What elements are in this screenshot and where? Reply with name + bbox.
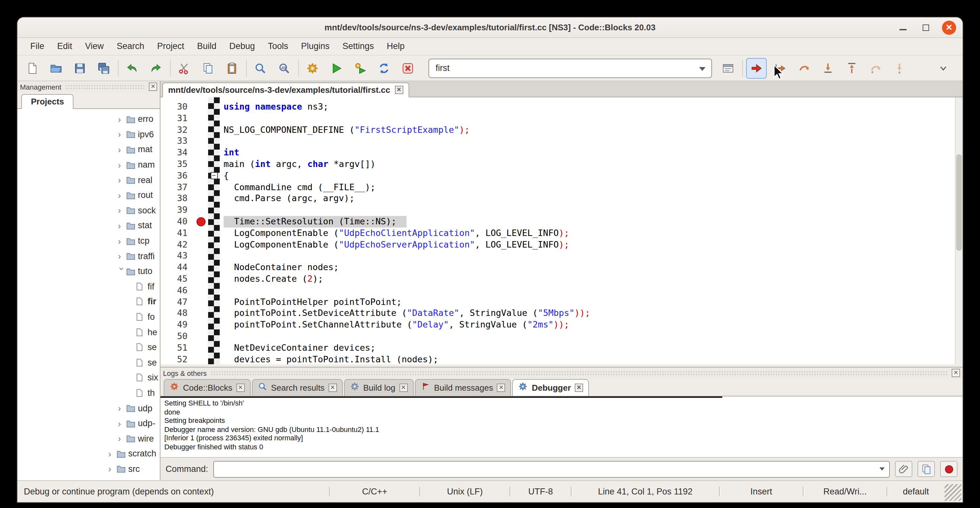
line-number[interactable]: 52 — [161, 354, 192, 364]
menu-tools[interactable]: Tools — [261, 38, 294, 55]
menu-file[interactable]: File — [24, 38, 51, 55]
tree-item-six[interactable]: six — [18, 370, 160, 385]
command-input[interactable] — [213, 460, 890, 478]
next-line-button[interactable] — [794, 58, 814, 78]
tree-item-src[interactable]: ›src — [18, 461, 160, 476]
code-line-35[interactable]: 35main (int argc, char *argv[]) — [161, 159, 963, 170]
run-button[interactable] — [327, 58, 346, 78]
menu-build[interactable]: Build — [191, 38, 223, 55]
tree-item-scratch[interactable]: ›scratch — [18, 446, 160, 461]
tree-item-tuto[interactable]: ›tuto — [18, 264, 160, 279]
line-number[interactable]: 40 — [161, 216, 192, 228]
open-file-button[interactable] — [46, 58, 66, 78]
tree-item-real[interactable]: ›real — [18, 172, 160, 188]
line-number[interactable]: 41 — [161, 228, 192, 239]
tab-projects[interactable]: Projects — [21, 94, 74, 109]
tab-close-icon[interactable]: ✕ — [575, 383, 583, 392]
tree-item-udp[interactable]: ›udp — [18, 401, 160, 416]
line-number[interactable]: 51 — [161, 342, 192, 354]
chevron-right-icon[interactable]: › — [108, 449, 117, 459]
record-button[interactable] — [940, 461, 958, 477]
chevron-right-icon[interactable]: › — [108, 464, 117, 474]
line-number[interactable]: 48 — [161, 308, 192, 319]
tree-item-rout[interactable]: ›rout — [18, 188, 160, 203]
code-line-39[interactable]: 39 — [161, 204, 963, 216]
menu-debug[interactable]: Debug — [223, 38, 262, 55]
code-line-52[interactable]: 52 devices = pointToPoint.Install (nodes… — [161, 354, 963, 364]
chevron-right-icon[interactable]: › — [118, 129, 126, 140]
save-button[interactable] — [70, 58, 89, 78]
line-number[interactable]: 31 — [161, 113, 192, 124]
tab-close-icon[interactable]: ✕ — [497, 383, 506, 392]
code-line-49[interactable]: 49 pointToPoint.SetChannelAttribute ("De… — [161, 319, 963, 331]
code-line-45[interactable]: 45 nodes.Create (2); — [161, 273, 963, 285]
line-number[interactable]: 44 — [161, 262, 192, 273]
chevron-right-icon[interactable]: › — [118, 205, 126, 216]
logs-tab-build-log[interactable]: Build log✕ — [344, 379, 413, 396]
tab-close-icon[interactable]: ✕ — [328, 383, 337, 392]
tree-item-stat[interactable]: ›stat — [18, 218, 160, 233]
line-number[interactable]: 46 — [161, 285, 192, 296]
compile-target-button[interactable] — [718, 58, 738, 78]
tree-item-erro[interactable]: ›erro — [18, 111, 160, 127]
menu-edit[interactable]: Edit — [51, 38, 79, 55]
toolbar-overflow-button[interactable] — [934, 58, 953, 78]
next-instruction-button[interactable] — [866, 58, 885, 78]
fold-margin[interactable] — [208, 97, 220, 364]
minimize-button[interactable] — [896, 20, 910, 35]
splitter[interactable] — [161, 364, 963, 367]
code-line-30[interactable]: 30using namespace ns3; — [161, 101, 963, 113]
build-and-run-button[interactable] — [350, 58, 370, 78]
line-number[interactable]: 37 — [161, 182, 192, 193]
logs-close-button[interactable]: ✕ — [951, 369, 960, 377]
chevron-right-icon[interactable]: › — [118, 236, 126, 246]
code-line-41[interactable]: 41 LogComponentEnable ("UdpEchoClientApp… — [161, 228, 963, 239]
chevron-right-icon[interactable]: › — [118, 251, 126, 261]
editor-scrollbar[interactable] — [955, 97, 963, 364]
copy-log-button[interactable] — [918, 461, 935, 477]
line-number[interactable]: 34 — [161, 147, 192, 159]
undo-button[interactable] — [123, 58, 142, 78]
code-line-50[interactable]: 50 — [161, 331, 963, 342]
tree-item-fir[interactable]: fir — [18, 294, 160, 309]
scrollbar-thumb[interactable] — [956, 154, 962, 251]
code-line-48[interactable]: 48 pointToPoint.SetDeviceAttribute ("Dat… — [161, 308, 963, 319]
rebuild-button[interactable] — [374, 58, 394, 78]
chevron-right-icon[interactable]: › — [118, 418, 126, 428]
build-target-select[interactable]: first — [428, 58, 712, 78]
debug-continue-button[interactable] — [747, 58, 766, 78]
tree-item-wire[interactable]: ›wire — [18, 431, 160, 446]
code-line-43[interactable]: 43 — [161, 250, 963, 262]
tree-item-fo[interactable]: fo — [18, 309, 160, 324]
code-line-34[interactable]: 34int — [161, 147, 963, 159]
breakpoint-marker[interactable] — [197, 217, 205, 226]
line-number[interactable]: 45 — [161, 273, 192, 285]
build-button[interactable] — [303, 58, 322, 78]
tree-item-th[interactable]: th — [18, 385, 160, 400]
tree-item-ipv6[interactable]: ›ipv6 — [18, 127, 160, 142]
code-line-32[interactable]: 32NS_LOG_COMPONENT_DEFINE ("FirstScriptE… — [161, 124, 963, 136]
tree-item-se[interactable]: se — [18, 340, 160, 355]
line-number[interactable]: 33 — [161, 136, 192, 147]
chevron-right-icon[interactable]: › — [118, 403, 126, 413]
tree-item-mat[interactable]: ›mat — [18, 142, 160, 157]
logs-tab-build-messages[interactable]: Build messages✕ — [415, 379, 511, 396]
code-line-33[interactable]: 33 — [161, 136, 963, 147]
tree-item-tcp[interactable]: ›tcp — [18, 233, 160, 248]
find-replace-button[interactable]: ab — [274, 58, 294, 78]
step-into-button[interactable] — [818, 58, 838, 78]
code-line-47[interactable]: 47 PointToPointHelper pointToPoint; — [161, 296, 963, 308]
code-line-36[interactable]: 36{ — [161, 170, 963, 182]
logs-tab-search-results[interactable]: Search results✕ — [251, 379, 342, 396]
line-number[interactable]: 50 — [161, 331, 192, 342]
code-line-51[interactable]: 51 NetDeviceContainer devices; — [161, 342, 963, 354]
abort-build-button[interactable] — [398, 58, 417, 78]
line-number[interactable]: 38 — [161, 193, 192, 205]
maximize-button[interactable] — [919, 20, 933, 35]
save-all-button[interactable] — [94, 58, 113, 78]
code-line-46[interactable]: 46 — [161, 285, 963, 296]
step-out-button[interactable] — [842, 58, 861, 78]
line-number[interactable]: 30 — [161, 101, 192, 113]
code-line-40[interactable]: 40 Time::SetResolution (Time::NS); — [161, 216, 963, 228]
tree-item-udp-[interactable]: ›udp- — [18, 416, 160, 431]
